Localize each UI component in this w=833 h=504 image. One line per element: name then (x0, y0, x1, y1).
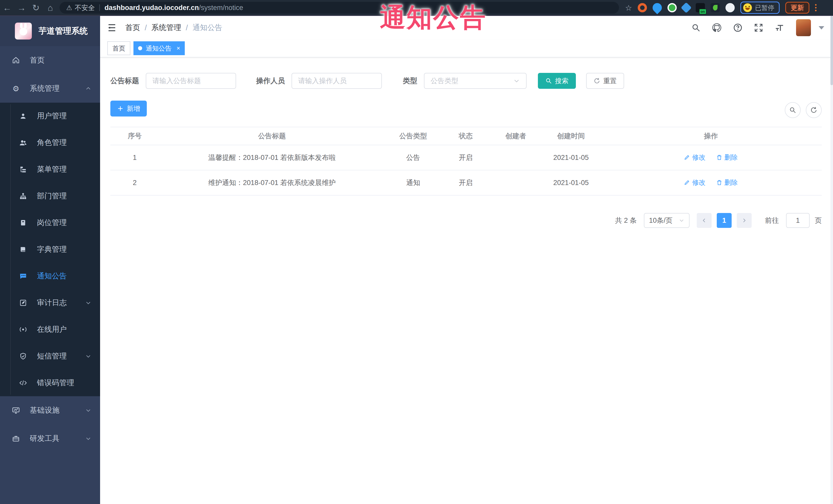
table-row: 2 维护通知：2018-07-01 若依系统凌晨维护 通知 开启 2021-01… (110, 170, 822, 195)
header-search-icon[interactable] (691, 23, 700, 32)
extensions-puzzle-icon[interactable] (725, 3, 735, 12)
sidebar-item-sms[interactable]: 短信管理 (0, 343, 100, 369)
trash-icon (716, 179, 722, 186)
shield-check-icon (18, 353, 29, 360)
code-icon (18, 379, 29, 386)
font-size-icon[interactable] (775, 23, 785, 32)
gear-icon: ⚙ (10, 84, 22, 93)
sidebar-item-users[interactable]: 用户管理 (0, 103, 100, 129)
chrome-menu-icon[interactable] (815, 4, 816, 11)
profile-paused-chip[interactable]: 已暂停 (740, 2, 780, 14)
system-submenu: 用户管理 角色管理 菜单管理 部门管理 (0, 103, 100, 396)
edit-link[interactable]: 修改 (684, 153, 706, 162)
sidebar-item-infra[interactable]: 基础设施 (0, 396, 100, 425)
extension-sprout-icon[interactable] (711, 3, 720, 12)
chevron-left-icon (701, 218, 707, 223)
cell-type: 通知 (385, 178, 442, 187)
edit-link[interactable]: 修改 (684, 178, 706, 187)
title-filter-input[interactable] (146, 73, 236, 89)
page-size-select[interactable]: 10条/页 (644, 213, 690, 228)
sidebar-item-notice[interactable]: 通知公告 (0, 263, 100, 289)
next-page-button[interactable] (737, 213, 752, 228)
tab-close-icon[interactable]: × (176, 45, 180, 52)
warning-icon: ⚠ (66, 4, 72, 12)
online-users-icon (18, 326, 29, 333)
breadcrumb-current: 通知公告 (192, 23, 222, 33)
breadcrumb-home[interactable]: 首页 (125, 23, 140, 33)
pagination-total: 共 2 条 (615, 216, 637, 225)
chevron-right-icon (741, 218, 747, 223)
sidebar-item-dicts[interactable]: 字典管理 (0, 236, 100, 263)
app-logo-row[interactable]: 芋道管理系统 (0, 16, 100, 46)
sidebar-item-errcode[interactable]: 错误码管理 (0, 369, 100, 396)
chrome-update-button[interactable]: 更新 (785, 2, 809, 14)
app-title: 芋道管理系统 (39, 25, 88, 37)
reset-button[interactable]: 重置 (586, 73, 624, 89)
user-avatar[interactable] (796, 19, 811, 36)
table-toolbar: 新增 (110, 89, 822, 117)
sidebar-item-home[interactable]: 首页 (0, 46, 100, 74)
col-header-title: 公告标题 (159, 131, 385, 141)
goto-unit: 页 (815, 216, 822, 225)
tab-notice[interactable]: 通知公告 × (134, 41, 185, 55)
page-content: 公告标题 操作人员 类型 公告类型 搜索 重置 (100, 57, 833, 504)
search-icon (545, 77, 552, 84)
extension-console-icon[interactable]: on (696, 3, 705, 12)
sidebar-item-depts[interactable]: 部门管理 (0, 183, 100, 209)
browser-back-icon[interactable]: ← (0, 2, 15, 14)
breadcrumb-system[interactable]: 系统管理 (151, 23, 181, 33)
user-menu-caret-icon[interactable] (818, 26, 824, 29)
address-bar[interactable]: ⚠ 不安全 dashboard.yudao.iocoder.cn /system… (60, 2, 619, 14)
browser-reload-icon[interactable]: ↻ (29, 2, 43, 14)
type-filter-select[interactable]: 公告类型 (424, 73, 527, 89)
extension-on-badge: on (699, 9, 707, 15)
page-number-1[interactable]: 1 (717, 213, 732, 228)
delete-link[interactable]: 删除 (716, 153, 738, 162)
cell-created: 2021-01-05 (542, 179, 600, 187)
operator-filter-input[interactable] (291, 73, 382, 89)
collapse-sidebar-icon[interactable] (107, 24, 117, 32)
browser-home-icon[interactable]: ⌂ (43, 2, 57, 14)
sidebar-item-system[interactable]: ⚙ 系统管理 (0, 74, 100, 103)
select-caret-icon (513, 77, 520, 84)
extension-orange-icon[interactable] (638, 3, 647, 12)
extension-gem-icon[interactable] (681, 2, 692, 13)
sidebar-item-devtools[interactable]: 研发工具 (0, 425, 100, 453)
book-icon (18, 246, 29, 253)
security-label: 不安全 (75, 3, 95, 12)
message-icon (18, 272, 29, 280)
browser-forward-icon[interactable]: → (15, 2, 29, 14)
notice-table: 序号 公告标题 公告类型 状态 创建者 创建时间 操作 1 温馨提醒：2018-… (110, 127, 822, 195)
sidebar-item-online[interactable]: 在线用户 (0, 316, 100, 343)
help-icon[interactable] (733, 23, 743, 32)
plus-icon (117, 105, 124, 112)
bookmark-star-icon[interactable]: ☆ (625, 3, 632, 12)
page-scrollbar[interactable] (830, 16, 833, 504)
delete-link[interactable]: 删除 (716, 178, 738, 187)
sidebar-item-posts[interactable]: 岗位管理 (0, 209, 100, 236)
cell-type: 公告 (385, 153, 442, 162)
extension-green-icon[interactable] (667, 3, 677, 12)
refresh-table-button[interactable] (806, 102, 822, 118)
sidebar-item-roles[interactable]: 角色管理 (0, 129, 100, 156)
edit-icon (684, 179, 690, 186)
cell-actions: 修改 删除 (600, 153, 821, 163)
search-button[interactable]: 搜索 (538, 73, 576, 89)
prev-page-button[interactable] (697, 213, 712, 228)
add-button[interactable]: 新增 (110, 101, 147, 117)
divider (99, 4, 100, 11)
toggle-search-button[interactable] (785, 102, 801, 118)
sidebar-item-menus[interactable]: 菜单管理 (0, 156, 100, 183)
github-icon[interactable] (712, 23, 722, 32)
fullscreen-icon[interactable] (754, 23, 763, 32)
tree-list-icon (18, 166, 29, 173)
tab-home[interactable]: 首页 (107, 41, 130, 55)
goto-page-input[interactable] (786, 213, 810, 228)
sidebar-item-audit[interactable]: 审计日志 (0, 289, 100, 316)
active-tab-dot (138, 46, 142, 50)
col-header-type: 公告类型 (385, 131, 442, 141)
chevron-down-icon (85, 435, 91, 442)
users-group-icon (18, 139, 29, 146)
app-logo (15, 23, 32, 40)
extension-location-icon[interactable] (650, 1, 664, 15)
